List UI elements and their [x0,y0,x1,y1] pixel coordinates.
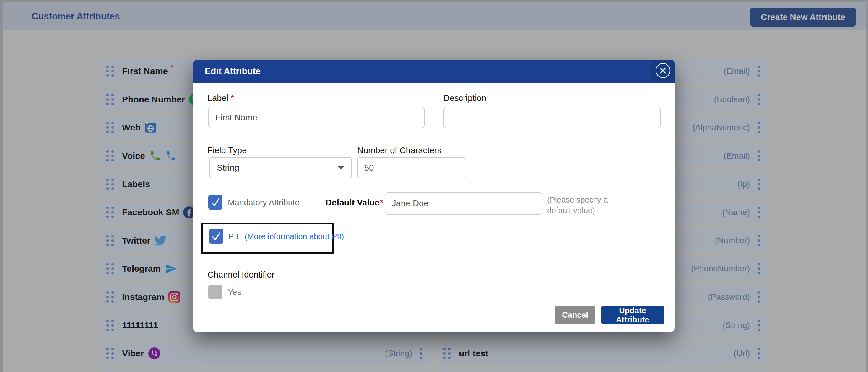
pii-checkbox[interactable] [209,229,223,244]
channel-yes-checkbox[interactable] [208,284,222,299]
default-value-hint-line2: default value) [547,206,595,215]
section-divider [207,258,660,258]
channel-yes-label: Yes [228,288,241,297]
field-type-select[interactable]: String [209,157,352,178]
pii-label: PII [228,232,239,241]
chevron-down-icon [338,166,344,170]
mandatory-attribute-label: Mandatory Attribute [228,198,300,207]
number-of-characters-label: Number of Characters [357,145,441,155]
edit-attribute-modal: Edit Attribute Label* Description Field … [193,60,675,332]
label-input[interactable] [208,107,425,128]
pii-more-info-link[interactable]: (More information about PII) [245,232,344,241]
default-value-hint-line1: (Please specify a [547,196,608,205]
customer-attributes-page: Customer Attributes Create New Attribute… [0,0,868,372]
default-value-label: Default Value* [326,198,383,208]
label-field-label: Label* [208,93,234,103]
field-type-selected-value: String [217,163,239,173]
field-type-label: Field Type [208,145,247,155]
cancel-button[interactable]: Cancel [555,306,595,324]
description-field-label: Description [443,93,486,103]
description-input[interactable] [443,107,660,128]
modal-title: Edit Attribute [205,66,260,76]
update-attribute-button[interactable]: Update Attribute [601,306,664,324]
required-asterisk: * [231,93,234,103]
modal-header: Edit Attribute [193,60,675,83]
default-value-input[interactable] [385,193,542,215]
channel-identifier-label: Channel Identifier [208,270,275,280]
mandatory-checkbox[interactable] [208,195,222,210]
required-asterisk: * [380,198,383,207]
number-of-characters-input[interactable] [357,157,465,178]
close-icon[interactable] [651,60,675,81]
